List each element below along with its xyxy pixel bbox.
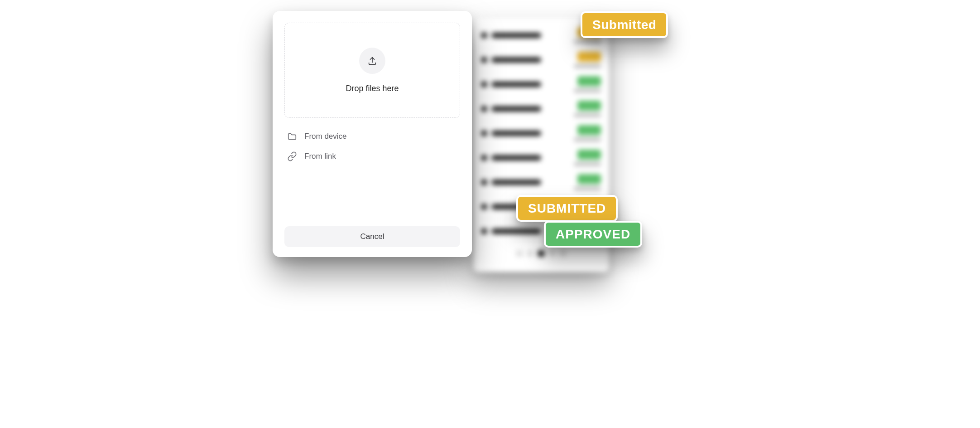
list-item bbox=[481, 52, 601, 68]
file-dropzone[interactable]: Drop files here bbox=[284, 23, 460, 118]
cancel-button[interactable]: Cancel bbox=[284, 226, 460, 247]
pagination bbox=[481, 250, 601, 257]
upload-dialog: Drop files here From device From bbox=[273, 11, 472, 257]
list-item bbox=[481, 125, 601, 141]
list-item bbox=[481, 101, 601, 117]
cancel-button-label: Cancel bbox=[360, 232, 384, 241]
list-item bbox=[481, 150, 601, 166]
status-callout-submitted-upper: SUBMITTED bbox=[516, 195, 618, 222]
status-badge: Submitted bbox=[582, 13, 666, 36]
folder-icon bbox=[287, 131, 297, 141]
status-badge: SUBMITTED bbox=[518, 197, 616, 220]
status-callout-submitted: Submitted bbox=[581, 11, 668, 38]
status-callout-approved: APPROVED bbox=[544, 221, 642, 248]
list-item bbox=[481, 174, 601, 190]
from-link-option[interactable]: From link bbox=[287, 151, 460, 161]
list-item bbox=[481, 76, 601, 92]
upload-icon bbox=[359, 48, 385, 74]
dropzone-label: Drop files here bbox=[346, 84, 399, 93]
from-device-label: From device bbox=[304, 132, 347, 141]
from-link-label: From link bbox=[304, 152, 336, 161]
status-badge: APPROVED bbox=[546, 223, 640, 246]
upload-options: From device From link bbox=[284, 131, 460, 161]
link-icon bbox=[287, 151, 297, 161]
from-device-option[interactable]: From device bbox=[287, 131, 460, 141]
